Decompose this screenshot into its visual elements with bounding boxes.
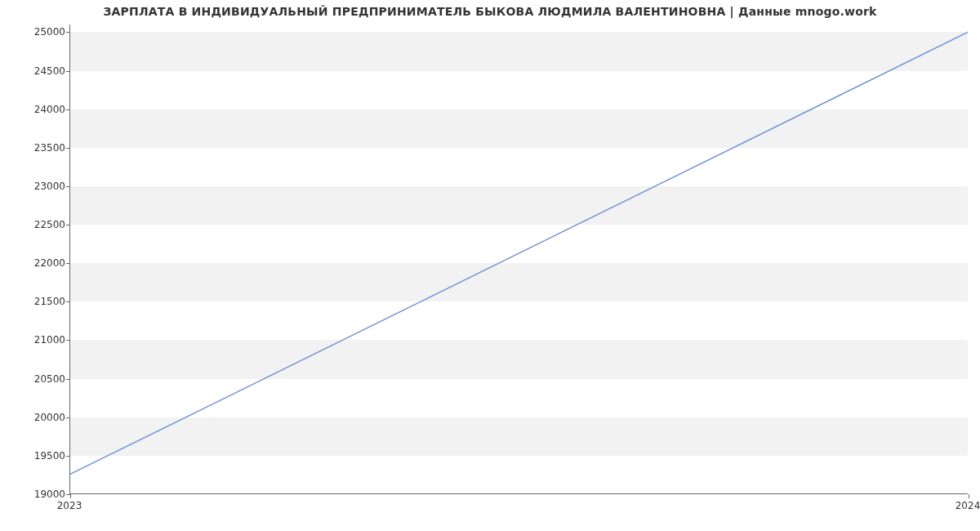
- x-tick-mark: [70, 494, 71, 498]
- y-tick-label: 19500: [29, 450, 65, 462]
- y-tick-label: 20000: [29, 412, 65, 423]
- y-tick-mark: [66, 456, 70, 457]
- y-tick-mark: [66, 225, 70, 225]
- y-tick-label: 19000: [29, 489, 65, 500]
- chart-container: ЗАРПЛАТА В ИНДИВИДУАЛЬНЫЙ ПРЕДПРИНИМАТЕЛ…: [0, 0, 980, 531]
- y-tick-mark: [66, 32, 70, 33]
- y-tick-mark: [66, 301, 70, 302]
- line-series: [70, 25, 968, 493]
- y-tick-label: 25000: [29, 26, 65, 38]
- y-tick-mark: [66, 263, 70, 264]
- y-tick-label: 20500: [29, 373, 65, 385]
- y-tick-label: 24500: [29, 65, 65, 77]
- y-tick-mark: [66, 148, 70, 149]
- y-tick-label: 23000: [29, 181, 65, 192]
- y-tick-label: 21000: [29, 334, 65, 346]
- chart-title: ЗАРПЛАТА В ИНДИВИДУАЛЬНЫЙ ПРЕДПРИНИМАТЕЛ…: [0, 5, 980, 18]
- x-tick-label: 2024: [956, 500, 980, 511]
- x-tick-label: 2023: [57, 500, 82, 511]
- y-tick-mark: [66, 71, 70, 72]
- y-tick-mark: [66, 186, 70, 187]
- data-line: [70, 32, 968, 474]
- y-tick-mark: [66, 379, 70, 380]
- plot-area: [69, 25, 968, 494]
- y-tick-label: 22500: [29, 219, 65, 230]
- x-tick-mark: [969, 494, 969, 498]
- y-tick-mark: [66, 340, 70, 341]
- y-tick-mark: [66, 417, 70, 418]
- y-tick-label: 23500: [29, 142, 65, 154]
- y-tick-mark: [66, 109, 70, 110]
- y-tick-label: 22000: [29, 257, 65, 269]
- y-tick-label: 21500: [29, 296, 65, 307]
- y-tick-label: 24000: [29, 104, 65, 115]
